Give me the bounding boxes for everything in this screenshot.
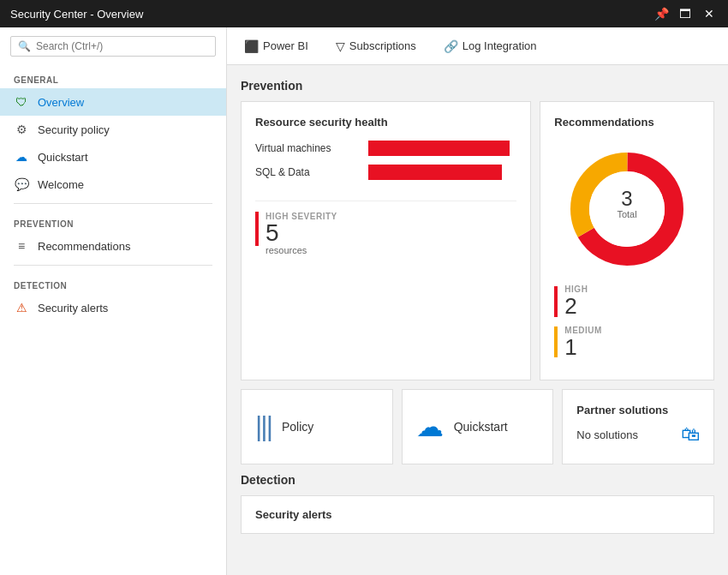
- quickstart-card[interactable]: ☁ Quickstart: [402, 389, 554, 464]
- policy-card[interactable]: ||| Policy: [241, 389, 393, 464]
- pin-button[interactable]: 📌: [653, 7, 670, 21]
- policy-card-content: ||| Policy: [255, 404, 379, 449]
- donut-svg: 3 Total: [558, 141, 695, 278]
- restore-button[interactable]: 🗖: [677, 7, 694, 21]
- high-info: HIGH 2: [564, 285, 588, 319]
- window-title: Security Center - Overview: [10, 8, 143, 21]
- sidebar-item-welcome[interactable]: 💬 Welcome: [0, 171, 226, 198]
- partner-no-solution: No solutions 🛍: [576, 423, 700, 446]
- sidebar-item-recommendations[interactable]: ≡ Recommendations: [0, 232, 226, 260]
- severity-sub: resources: [266, 245, 337, 255]
- rec-stat-high: HIGH 2: [554, 285, 700, 319]
- severity-text: HIGH SEVERITY 5 resources: [266, 212, 337, 255]
- sidebar-item-security-alerts[interactable]: ⚠ Security alerts: [0, 294, 226, 321]
- sidebar-item-label: Overview: [38, 96, 84, 109]
- severity-count: 5: [266, 221, 337, 245]
- quickstart-icon: ☁: [14, 150, 29, 164]
- resource-row-sql: SQL & Data: [255, 165, 516, 180]
- policy-bars-icon: |||: [255, 410, 272, 442]
- toolbar-power-bi-label: Power BI: [263, 39, 308, 52]
- toolbar-power-bi[interactable]: ⬛ Power BI: [241, 39, 312, 53]
- search-icon: 🔍: [18, 40, 31, 52]
- partner-solutions-card: Partner solutions No solutions 🛍: [562, 389, 714, 464]
- vm-label: Virtual machines: [255, 142, 358, 154]
- resource-row-vm: Virtual machines: [255, 141, 516, 156]
- detection-section-header: Detection: [241, 473, 714, 487]
- quickstart-cloud-icon: ☁: [416, 410, 444, 443]
- alert-icon: ⚠: [14, 301, 29, 314]
- sidebar-divider: [14, 203, 212, 204]
- toolbar-subscriptions-label: Subscriptions: [349, 39, 416, 52]
- sidebar-section-detection: DETECTION: [0, 271, 226, 294]
- detection-section: Detection Security alerts: [241, 473, 714, 534]
- vm-bar: [368, 141, 510, 156]
- quickstart-label: Quickstart: [454, 420, 508, 434]
- sidebar-item-label: Security policy: [38, 123, 110, 136]
- recommendations-icon: ≡: [14, 239, 29, 253]
- sidebar-item-overview[interactable]: 🛡 Overview: [0, 88, 226, 116]
- security-alerts-title: Security alerts: [255, 508, 700, 521]
- recommendations-card: Recommendations: [540, 101, 714, 380]
- close-button[interactable]: ✕: [701, 7, 718, 21]
- quickstart-card-content: ☁ Quickstart: [416, 404, 540, 450]
- sidebar: 🔍 GENERAL 🛡 Overview ⚙ Security policy ☁…: [0, 27, 227, 575]
- toolbar-subscriptions[interactable]: ▽ Subscriptions: [332, 39, 420, 53]
- sql-bar-container: [368, 165, 516, 180]
- sidebar-item-security-policy[interactable]: ⚙ Security policy: [0, 116, 226, 143]
- title-bar: Security Center - Overview 📌 🗖 ✕: [0, 0, 728, 27]
- sql-bar: [368, 165, 502, 180]
- filter-icon: ▽: [336, 39, 345, 53]
- medium-label: MEDIUM: [564, 326, 602, 335]
- donut-total-label: Total: [618, 209, 637, 219]
- severity-badge: HIGH SEVERITY 5 resources: [255, 201, 516, 255]
- sidebar-section-general: GENERAL: [0, 65, 226, 88]
- donut-total-number: 3: [621, 187, 632, 210]
- high-count: 2: [564, 294, 588, 319]
- main-content: ⬛ Power BI ▽ Subscriptions 🔗 Log Integra…: [227, 27, 728, 575]
- content-area: Prevention Resource security health Virt…: [227, 65, 728, 575]
- security-alerts-card: Security alerts: [241, 495, 714, 534]
- resource-health-card: Resource security health Virtual machine…: [241, 101, 531, 380]
- sidebar-item-quickstart[interactable]: ☁ Quickstart: [0, 143, 226, 171]
- donut-chart: 3 Total: [554, 141, 700, 278]
- medium-info: MEDIUM 1: [564, 326, 602, 360]
- recommendations-title: Recommendations: [554, 116, 700, 129]
- high-indicator: [554, 286, 558, 317]
- medium-indicator: [554, 326, 558, 357]
- link-icon: 🔗: [444, 39, 458, 53]
- resource-health-title: Resource security health: [255, 116, 516, 129]
- power-bi-icon: ⬛: [244, 39, 259, 53]
- sidebar-item-label: Quickstart: [38, 151, 88, 164]
- toolbar: ⬛ Power BI ▽ Subscriptions 🔗 Log Integra…: [227, 27, 728, 65]
- rec-stat-medium: MEDIUM 1: [554, 326, 700, 360]
- policy-label: Policy: [282, 420, 313, 434]
- window-controls: 📌 🗖 ✕: [653, 7, 718, 21]
- sidebar-item-label: Security alerts: [38, 302, 108, 314]
- policy-icon: ⚙: [14, 123, 29, 136]
- sidebar-section-prevention: PREVENTION: [0, 209, 226, 232]
- severity-indicator: [255, 212, 259, 246]
- toolbar-log-integration[interactable]: 🔗 Log Integration: [440, 39, 540, 53]
- top-cards-row: Resource security health Virtual machine…: [241, 101, 714, 380]
- sidebar-item-label: Recommendations: [38, 240, 130, 253]
- sql-label: SQL & Data: [255, 166, 358, 178]
- no-solutions-text: No solutions: [576, 428, 638, 441]
- sidebar-item-label: Welcome: [38, 178, 84, 191]
- bottom-cards-row: ||| Policy ☁ Quickstart Partner solution…: [241, 389, 714, 464]
- search-input[interactable]: [36, 40, 208, 52]
- toolbar-log-integration-label: Log Integration: [462, 39, 537, 52]
- rec-stats: HIGH 2 MEDIUM 1: [554, 285, 700, 359]
- partner-title: Partner solutions: [576, 404, 700, 416]
- prevention-section-header: Prevention: [241, 79, 714, 93]
- sidebar-divider-2: [14, 265, 212, 266]
- welcome-icon: 💬: [14, 177, 29, 191]
- shield-icon: 🛡: [14, 95, 29, 109]
- search-box[interactable]: 🔍: [10, 36, 216, 57]
- vm-bar-container: [368, 141, 516, 156]
- bag-icon: 🛍: [681, 423, 700, 446]
- medium-count: 1: [564, 335, 602, 360]
